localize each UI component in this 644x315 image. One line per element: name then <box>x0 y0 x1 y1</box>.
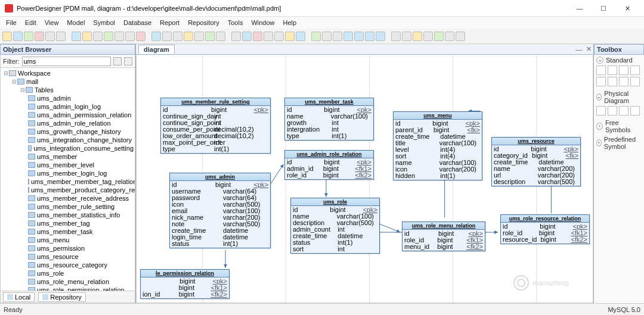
tree-item[interactable]: ums_member_level <box>3 161 134 169</box>
reference-tool-icon[interactable] <box>608 106 617 116</box>
toolbar-button-16[interactable] <box>184 32 193 41</box>
toolbar-button-10[interactable] <box>114 32 124 41</box>
model-tree[interactable]: ⊟Workspace⊟mall⊟Tablesums_adminums_admin… <box>0 68 135 291</box>
toolbar-button-39[interactable] <box>445 32 454 41</box>
tree-item[interactable]: ⊟Tables <box>3 86 134 94</box>
filter-options-button[interactable] <box>124 57 132 66</box>
entity-ums_role[interactable]: ums_roleidbigint<pk>namevarchar(100)desc… <box>290 198 380 254</box>
toolbar-button-21[interactable] <box>242 32 252 41</box>
tree-item[interactable]: ums_member_product_category_relation <box>3 186 134 194</box>
toolbar-button-13[interactable] <box>151 32 161 41</box>
tree-item[interactable]: ums_menu <box>3 236 134 244</box>
close-button[interactable]: ✕ <box>615 1 639 15</box>
toolbar-button-12[interactable] <box>136 32 145 41</box>
zoom-out-icon[interactable] <box>619 66 628 75</box>
toolbar-button-14[interactable] <box>162 32 172 41</box>
toolbar-button-1[interactable] <box>13 32 23 41</box>
tree-item[interactable]: ums_admin_login_log <box>3 102 134 111</box>
tree-item[interactable]: ums_admin_permission_relation <box>3 111 134 119</box>
toolbar-button-3[interactable] <box>35 32 44 41</box>
menu-repository[interactable]: Repository <box>184 18 223 27</box>
minimize-button[interactable]: — <box>568 1 592 15</box>
menu-tools[interactable]: Tools <box>224 18 247 27</box>
zoom-in-icon[interactable] <box>608 66 617 75</box>
tree-item[interactable]: ums_member_tag <box>3 219 134 227</box>
entity-ums_admin_role_relation[interactable]: ums_admin_role_relationidbigint<pk>admin… <box>284 150 374 180</box>
toolbar-button-32[interactable] <box>365 32 374 41</box>
toolbox-section-free[interactable]: ›Free Symbols <box>596 119 642 133</box>
toolbox-section-predefined[interactable]: ›Predefined Symbol <box>596 136 642 150</box>
menu-view[interactable]: View <box>41 18 63 27</box>
diagram-tab[interactable]: diagram <box>138 45 175 54</box>
menu-model[interactable]: Model <box>63 18 88 27</box>
toolbar-button-18[interactable] <box>205 32 215 41</box>
tree-item[interactable]: ums_member_statistics_info <box>3 211 134 219</box>
toolbar-button-11[interactable] <box>125 32 135 41</box>
tree-item[interactable]: ums_admin <box>3 94 134 102</box>
entity-ums_member_task[interactable]: ums_member_taskidbigint<pk>namevarchar(1… <box>284 98 374 141</box>
tree-item[interactable]: ums_role_permission_relation <box>3 286 134 291</box>
tree-item[interactable]: ums_member_login_log <box>3 169 134 177</box>
tree-item[interactable]: ums_resource_category <box>3 261 134 269</box>
menu-report[interactable]: Report <box>156 18 183 27</box>
toolbar-button-40[interactable] <box>456 32 465 41</box>
entity-ums_role_menu_relation[interactable]: ums_role_menu_relationidbigint<pk>role_i… <box>402 222 485 251</box>
toolbar-button-27[interactable] <box>311 32 321 41</box>
view-tool-icon[interactable] <box>619 106 628 116</box>
entity-ums_menu[interactable]: ums_menuidbigint<pk>parent_idbigint<fk>c… <box>393 111 482 180</box>
paste-icon[interactable] <box>630 77 640 86</box>
toolbar-button-7[interactable] <box>82 32 92 41</box>
menu-symbol[interactable]: Symbol <box>89 18 119 27</box>
menu-file[interactable]: File <box>2 18 20 27</box>
maximize-button[interactable]: ☐ <box>592 1 615 15</box>
tree-item[interactable]: ⊟mall <box>3 77 134 86</box>
tree-item[interactable]: ums_member_task <box>3 227 134 236</box>
table-tool-icon[interactable] <box>596 106 606 116</box>
toolbar-button-34[interactable] <box>391 32 401 41</box>
toolbar-button-22[interactable] <box>253 32 262 41</box>
toolbar-button-38[interactable] <box>434 32 444 41</box>
hand-tool-icon[interactable] <box>596 77 606 86</box>
toolbar-button-33[interactable] <box>376 32 385 41</box>
menu-help[interactable]: Help <box>280 18 301 27</box>
toolbar-button-17[interactable] <box>194 32 204 41</box>
menu-database[interactable]: Database <box>120 18 155 27</box>
tree-item[interactable]: ums_role_menu_relation <box>3 277 134 286</box>
toolbar-button-36[interactable] <box>413 32 422 41</box>
zoom-fit-icon[interactable] <box>630 66 640 75</box>
filter-input[interactable] <box>22 57 112 66</box>
toolbar-button-0[interactable] <box>2 32 12 41</box>
toolbar-button-6[interactable] <box>72 32 81 41</box>
toolbar-button-35[interactable] <box>402 32 411 41</box>
main-toolbar[interactable] <box>0 29 644 44</box>
tree-item[interactable]: ums_member_member_tag_relation <box>3 177 134 186</box>
tree-item[interactable]: ums_permission <box>3 244 134 252</box>
entity-ums_role_resource_relation[interactable]: ums_role_resource_relationidbigint<pk>ro… <box>500 214 590 244</box>
tree-item[interactable]: ums_growth_change_history <box>3 127 134 136</box>
diagram-canvas[interactable]: ums_member_rule_settingidbigint<pk>conti… <box>136 55 593 303</box>
toolbox-section-physical[interactable]: ⌄Physical Diagram <box>596 90 642 104</box>
menubar[interactable]: FileEditViewModelSymbolDatabaseReportRep… <box>0 17 644 29</box>
toolbox-section-standard[interactable]: ⌄Standard <box>596 57 642 64</box>
toolbar-button-30[interactable] <box>343 32 353 41</box>
tree-item[interactable]: ums_admin_role_relation <box>3 119 134 127</box>
toolbar-button-5[interactable] <box>56 32 66 41</box>
tree-item[interactable]: ⊟Workspace <box>3 69 134 77</box>
toolbar-button-31[interactable] <box>354 32 364 41</box>
tree-item[interactable]: ums_member_receive_address <box>3 194 134 202</box>
menu-window[interactable]: Window <box>247 18 278 27</box>
entity-ums_resource[interactable]: ums_resourceidbigint<pk>category_idbigin… <box>491 137 581 186</box>
filter-clear-button[interactable] <box>113 57 122 66</box>
entity-le_permission_relation[interactable]: le_permission_relationbigint<pk>bigint<f… <box>140 269 230 299</box>
toolbar-button-19[interactable] <box>216 32 225 41</box>
diagram-minimize-icon[interactable]: — <box>574 46 584 53</box>
tab-repository[interactable]: Repository <box>38 292 86 302</box>
toolbar-button-29[interactable] <box>333 32 342 41</box>
toolbar-button-8[interactable] <box>93 32 103 41</box>
tab-local[interactable]: Local <box>3 292 35 302</box>
toolbar-button-26[interactable] <box>296 32 305 41</box>
toolbar-button-2[interactable] <box>24 32 33 41</box>
procedure-tool-icon[interactable] <box>630 106 640 116</box>
toolbar-button-20[interactable] <box>231 32 241 41</box>
toolbar-button-24[interactable] <box>274 32 284 41</box>
